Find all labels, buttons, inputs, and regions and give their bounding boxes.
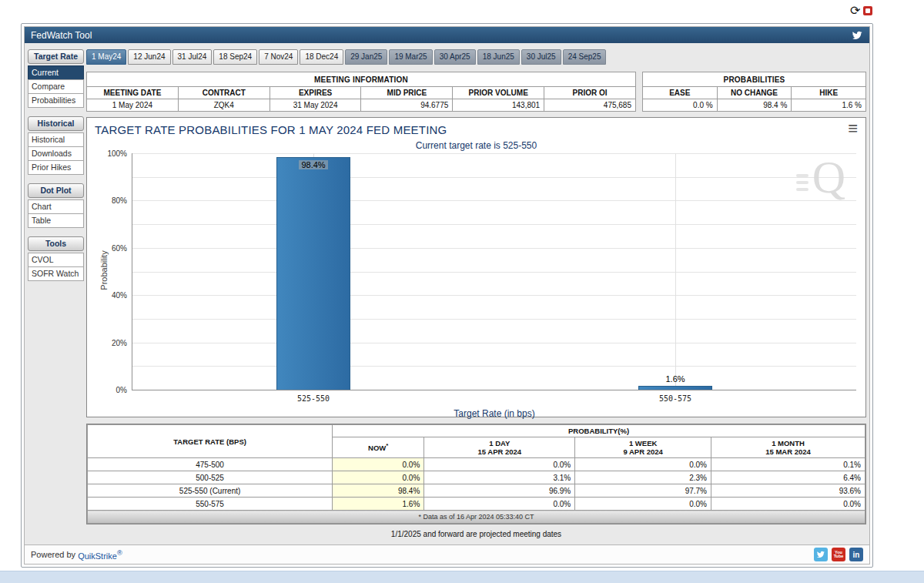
- tab-30-apr25[interactable]: 30 Apr25: [434, 49, 476, 65]
- now-header: NOW*: [333, 437, 424, 458]
- gridline: [132, 319, 856, 320]
- now-cell: 98.4%: [333, 484, 424, 498]
- gridline: [132, 366, 856, 367]
- sidebar-section-dot-plot: Dot Plot Chart Table: [28, 183, 84, 228]
- y-tick-label: 100%: [107, 149, 127, 158]
- table-row: 500-525 0.0% 3.1% 2.3% 6.4%: [88, 471, 865, 484]
- tab-12-jun24[interactable]: 12 Jun24: [128, 49, 170, 65]
- sidebar-item-cvol[interactable]: CVOL: [28, 253, 84, 267]
- app-content: Target Rate Current Compare Probabilitie…: [25, 43, 869, 544]
- tab-18-dec24[interactable]: 18 Dec24: [300, 49, 343, 65]
- gridline: [132, 224, 856, 225]
- bar-value-label: 1.6%: [639, 374, 711, 384]
- col-hike: HIKE: [792, 87, 866, 99]
- linkedin-icon[interactable]: in: [849, 548, 863, 561]
- rate-cell: 475-500: [88, 458, 333, 471]
- tab-7-nov24[interactable]: 7 Nov24: [259, 49, 298, 65]
- one-month-header: 1 MONTH15 MAR 2024: [711, 437, 865, 458]
- table-row: 525-550 (Current) 98.4% 96.9% 97.7% 93.6…: [88, 484, 865, 498]
- y-tick-label: 40%: [112, 291, 127, 300]
- gridline: [132, 295, 856, 296]
- quikstrike-q-logo: Q: [812, 156, 845, 198]
- one-week-header: 1 WEEK9 APR 2024: [575, 437, 711, 458]
- twitter-icon[interactable]: [852, 31, 863, 40]
- tab-24-sep25[interactable]: 24 Sep25: [563, 49, 607, 65]
- x-axis-title: Target Rate (in bps): [132, 408, 856, 419]
- now-cell: 1.6%: [333, 498, 424, 511]
- sidebar-item-sofr-watch[interactable]: SOFR Watch: [28, 266, 84, 281]
- bar-value-label: 98.4%: [277, 160, 350, 169]
- y-axis-title: Probability: [99, 247, 109, 293]
- footer-bar: Powered by QuikStrike® You Tube in: [25, 544, 869, 564]
- col-expires: EXPIRES: [270, 87, 361, 99]
- probability-group-header: PROBABILITY(%): [333, 425, 865, 437]
- sidebar-item-downloads[interactable]: Downloads: [28, 146, 84, 161]
- refresh-icon[interactable]: ⟳: [850, 5, 860, 17]
- social-icons: You Tube in: [814, 548, 863, 561]
- month-cell: 93.6%: [711, 484, 865, 498]
- quikstrike-watermark: Q: [796, 156, 845, 198]
- prior-volume-value: 143,801: [453, 99, 544, 112]
- meeting-info-title: MEETING INFORMATION: [87, 72, 636, 87]
- sidebar-section-historical: Historical Historical Downloads Prior Hi…: [28, 116, 84, 175]
- chart-subtitle: Current target rate is 525-550: [87, 140, 865, 151]
- gridline: [132, 272, 856, 273]
- contract-value: ZQK4: [178, 99, 270, 112]
- gridline: [132, 343, 856, 343]
- watermark-lines: [796, 174, 808, 191]
- sidebar-item-compare[interactable]: Compare: [28, 79, 84, 94]
- plot-area: 100% 80% 60% 40% 20% 0% Q: [132, 153, 856, 390]
- quikstrike-link[interactable]: QuikStrike®: [78, 549, 122, 561]
- bottom-strip: [0, 571, 924, 583]
- sidebar-header-target-rate: Target Rate: [28, 49, 84, 64]
- week-cell: 0.0%: [575, 498, 711, 511]
- sidebar-item-prior-hikes[interactable]: Prior Hikes: [28, 160, 84, 175]
- day-cell: 0.0%: [424, 458, 575, 471]
- tab-19-mar25[interactable]: 19 Mar25: [389, 49, 432, 65]
- youtube-icon[interactable]: You Tube: [832, 548, 845, 561]
- chart-menu-icon[interactable]: ≡: [848, 118, 858, 140]
- tab-31-jul24[interactable]: 31 Jul24: [172, 49, 213, 65]
- sidebar-item-dot-plot-table[interactable]: Table: [28, 213, 84, 228]
- tab-18-jun25[interactable]: 18 Jun25: [477, 49, 520, 65]
- info-row: MEETING INFORMATION MEETING DATE CONTRAC…: [86, 72, 866, 112]
- twitter-icon[interactable]: [814, 548, 828, 561]
- browser-corner-icons: ⟳: [850, 5, 872, 17]
- y-tick-label: 80%: [112, 196, 127, 205]
- probabilities-title: PROBABILITIES: [643, 72, 866, 87]
- red-notification-icon[interactable]: [863, 6, 872, 15]
- meeting-date-tabs: 1 May24 12 Jun24 31 Jul24 18 Sep24 7 Nov…: [86, 49, 866, 65]
- hike-value: 1.6 %: [792, 99, 866, 112]
- col-contract: CONTRACT: [178, 87, 270, 99]
- tab-30-jul25[interactable]: 30 Jul25: [521, 49, 561, 65]
- day-cell: 3.1%: [424, 471, 575, 484]
- day-cell: 96.9%: [424, 484, 575, 498]
- col-prior-oi: PRIOR OI: [544, 87, 636, 99]
- gridline: [132, 153, 856, 154]
- no-change-value: 98.4 %: [717, 99, 792, 112]
- week-cell: 0.0%: [575, 458, 711, 471]
- sidebar-item-current[interactable]: Current: [28, 65, 84, 80]
- sidebar-section-target-rate: Target Rate Current Compare Probabilitie…: [28, 49, 84, 108]
- tab-29-jan25[interactable]: 29 Jan25: [345, 49, 387, 65]
- sidebar-item-historical[interactable]: Historical: [28, 132, 84, 147]
- col-meeting-date: MEETING DATE: [87, 87, 179, 99]
- one-day-header: 1 DAY15 APR 2024: [424, 437, 575, 458]
- y-tick-label: 20%: [112, 338, 127, 347]
- sidebar-item-dot-plot-chart[interactable]: Chart: [28, 199, 84, 214]
- tab-18-sep24[interactable]: 18 Sep24: [213, 49, 257, 65]
- chart-panel: TARGET RATE PROBABILITIES FOR 1 MAY 2024…: [86, 117, 866, 417]
- month-cell: 6.4%: [711, 471, 865, 484]
- col-mid-price: MID PRICE: [361, 87, 453, 99]
- month-cell: 0.0%: [711, 498, 865, 511]
- sidebar-item-probabilities[interactable]: Probabilities: [28, 93, 84, 108]
- tab-1-may24[interactable]: 1 May24: [86, 49, 126, 65]
- sidebar-header-historical: Historical: [28, 116, 84, 131]
- meeting-information-table: MEETING INFORMATION MEETING DATE CONTRAC…: [86, 72, 636, 112]
- table-row: 475-500 0.0% 0.0% 0.0% 0.1%: [88, 458, 865, 471]
- fedwatch-app: FedWatch Tool Target Rate Current Compar…: [24, 26, 870, 565]
- rate-cell: 500-525: [88, 471, 333, 484]
- probability-history-table: TARGET RATE (BPS) PROBABILITY(%) NOW* 1 …: [87, 424, 865, 524]
- col-prior-volume: PRIOR VOLUME: [453, 87, 544, 99]
- day-cell: 0.0%: [424, 498, 575, 511]
